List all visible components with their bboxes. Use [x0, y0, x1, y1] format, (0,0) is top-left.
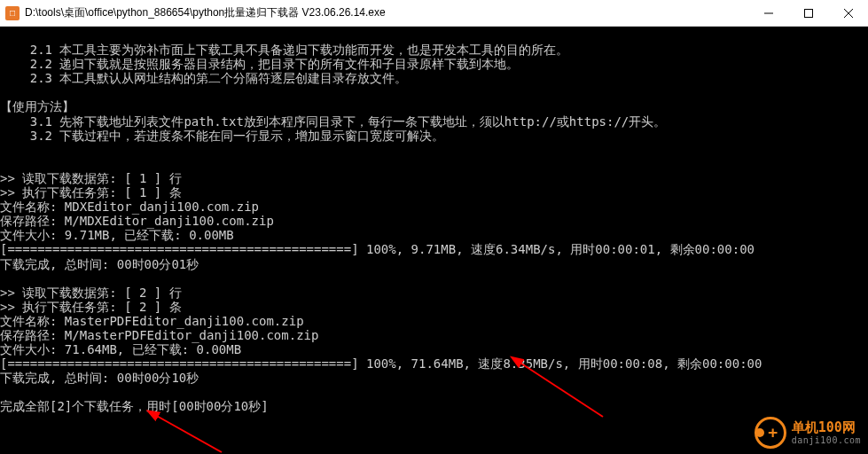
watermark-title: 单机100网 [792, 420, 861, 435]
console-line: 【使用方法】 [0, 99, 74, 114]
title-bar: □ D:\tools\桌面\office\python_886654\pytho… [0, 0, 868, 27]
window-title: D:\tools\桌面\office\python_886654\python批… [25, 5, 748, 20]
minimize-icon [764, 9, 773, 18]
window-controls [748, 0, 868, 26]
close-icon [844, 9, 853, 18]
console-line: 保存路径: M/MDXEditor_danji100.com.zip [0, 214, 274, 228]
watermark-url: danji100.com [792, 435, 861, 445]
svg-line-4 [155, 415, 222, 452]
console-line: 2.3 本工具默认从网址结构的第二个分隔符逐层创建目录存放文件。 [0, 71, 407, 85]
console-line: [=======================================… [0, 356, 762, 371]
console-line: 3.2 下载过程中，若进度条不能在同一行显示，增加显示窗口宽度可解决。 [0, 129, 444, 143]
watermark-logo-icon: + [755, 417, 786, 449]
console-line: 完成全部[2]个下载任务，用时[00时00分10秒] [0, 399, 269, 413]
console-line: 文件大小: 71.64MB, 已经下载: 0.00MB [0, 342, 241, 356]
close-button[interactable] [828, 0, 868, 26]
console-line: 文件大小: 9.71MB, 已经下载: 0.00MB [0, 228, 234, 242]
console-line: >> 读取下载数据第: [ 1 ] 行 [0, 171, 182, 185]
console-line: 保存路径: M/MasterPDFEditor_danji100.com.zip [0, 328, 318, 342]
console-line: 下载完成, 总时间: 00时00分10秒 [0, 371, 199, 385]
console-line: 2.1 本工具主要为弥补市面上下载工具不具备递归下载功能而开发，也是开发本工具的… [0, 43, 568, 57]
console-line: 下载完成, 总时间: 00时00分01秒 [0, 257, 199, 271]
watermark: + 单机100网 danji100.com [755, 417, 861, 449]
console-line: >> 读取下载数据第: [ 2 ] 行 [0, 286, 182, 300]
console-line: 3.1 先将下载地址列表文件path.txt放到本程序同目录下，每行一条下载地址… [0, 114, 666, 129]
console-line: >> 执行下载任务第: [ 1 ] 条 [0, 185, 182, 200]
console-line: >> 执行下载任务第: [ 2 ] 条 [0, 300, 182, 314]
console-line: 文件名称: MDXEditor_danji100.com.zip [0, 200, 259, 214]
maximize-icon [804, 9, 813, 18]
maximize-button[interactable] [788, 0, 828, 26]
console-line: 2.2 递归下载就是按照服务器目录结构，把目录下的所有文件和子目录原样下载到本地… [0, 57, 519, 71]
annotation-arrow-icon [142, 408, 231, 454]
console-line: [=======================================… [0, 242, 755, 256]
app-icon: □ [5, 6, 20, 20]
console-line: 文件名称: MasterPDFEditor_danji100.com.zip [0, 314, 304, 328]
minimize-button[interactable] [748, 0, 788, 26]
watermark-text: 单机100网 danji100.com [792, 420, 861, 445]
svg-rect-1 [804, 9, 812, 17]
console-output[interactable]: 2.1 本工具主要为弥补市面上下载工具不具备递归下载功能而开发，也是开发本工具的… [0, 27, 868, 454]
